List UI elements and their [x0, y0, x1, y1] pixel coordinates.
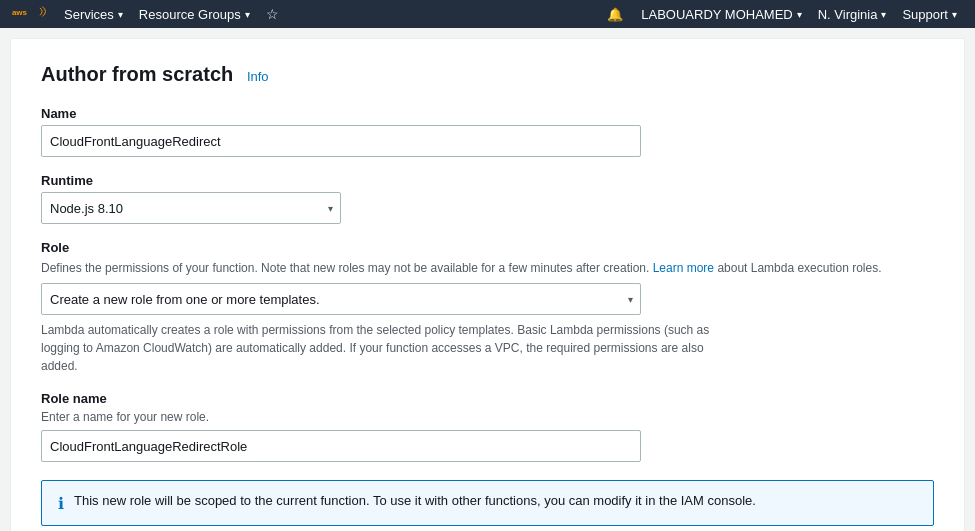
top-navigation: aws Services ▾ Resource Groups ▾ ☆ 🔔 LAB… [0, 0, 975, 28]
user-label: LABOUARDY MOHAMED [641, 7, 792, 22]
main-content: Author from scratch Info Name Runtime No… [10, 38, 965, 531]
info-circle-icon: ℹ [58, 494, 64, 513]
role-name-label: Role name [41, 391, 934, 406]
role-label: Role [41, 240, 934, 255]
services-chevron-icon: ▾ [118, 9, 123, 20]
favorites-button[interactable]: ☆ [258, 0, 287, 28]
star-icon: ☆ [266, 6, 279, 22]
region-label: N. Virginia [818, 7, 878, 22]
resource-groups-label: Resource Groups [139, 7, 241, 22]
services-menu[interactable]: Services ▾ [56, 0, 131, 28]
runtime-select-wrapper: Node.js 8.10 Node.js 6.10 Python 3.6 Pyt… [41, 192, 341, 224]
resource-groups-chevron-icon: ▾ [245, 9, 250, 20]
notifications-bell[interactable]: 🔔 [597, 0, 633, 28]
role-learn-more-link[interactable]: Learn more [653, 261, 714, 275]
role-name-sublabel: Enter a name for your new role. [41, 410, 934, 424]
role-select[interactable]: Create a new role from one or more templ… [41, 283, 641, 315]
author-form: Name Runtime Node.js 8.10 Node.js 6.10 P… [41, 106, 934, 531]
role-name-field: Role name Enter a name for your new role… [41, 391, 934, 462]
name-field: Name [41, 106, 934, 157]
info-banner: ℹ This new role will be scoped to the cu… [41, 480, 934, 526]
aws-logo[interactable]: aws [10, 3, 48, 25]
role-description: Defines the permissions of your function… [41, 259, 934, 277]
region-chevron-icon: ▾ [881, 9, 886, 20]
role-name-input[interactable] [41, 430, 641, 462]
page-header: Author from scratch Info [41, 63, 934, 86]
runtime-field: Runtime Node.js 8.10 Node.js 6.10 Python… [41, 173, 934, 224]
nav-right: 🔔 LABOUARDY MOHAMED ▾ N. Virginia ▾ Supp… [597, 0, 965, 28]
page-title: Author from scratch [41, 63, 233, 86]
role-field: Role Defines the permissions of your fun… [41, 240, 934, 375]
user-menu[interactable]: LABOUARDY MOHAMED ▾ [633, 0, 809, 28]
info-banner-text: This new role will be scoped to the curr… [74, 493, 756, 508]
region-menu[interactable]: N. Virginia ▾ [810, 0, 895, 28]
runtime-label: Runtime [41, 173, 934, 188]
role-desc-part2: about Lambda execution roles. [717, 261, 881, 275]
user-chevron-icon: ▾ [797, 9, 802, 20]
name-input[interactable] [41, 125, 641, 157]
info-link[interactable]: Info [247, 69, 269, 84]
name-label: Name [41, 106, 934, 121]
role-auto-description: Lambda automatically creates a role with… [41, 321, 741, 375]
resource-groups-menu[interactable]: Resource Groups ▾ [131, 0, 258, 28]
runtime-select[interactable]: Node.js 8.10 Node.js 6.10 Python 3.6 Pyt… [41, 192, 341, 224]
services-label: Services [64, 7, 114, 22]
role-desc-part1: Defines the permissions of your function… [41, 261, 649, 275]
support-menu[interactable]: Support ▾ [894, 0, 965, 28]
role-select-wrapper: Create a new role from one or more templ… [41, 283, 641, 315]
support-chevron-icon: ▾ [952, 9, 957, 20]
bell-icon: 🔔 [607, 7, 623, 22]
support-label: Support [902, 7, 948, 22]
svg-text:aws: aws [12, 8, 28, 17]
